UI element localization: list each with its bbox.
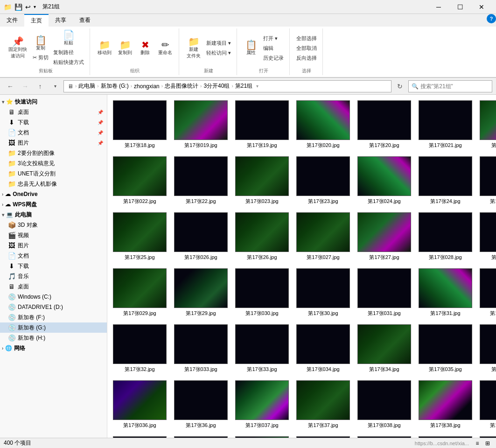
file-item[interactable]: 第17张026.jpg xyxy=(172,210,230,263)
file-item[interactable]: 第17张021.jpg xyxy=(417,98,474,151)
refresh-button[interactable]: ↻ xyxy=(393,80,406,93)
file-item[interactable]: 第17张035.jpg xyxy=(417,322,474,375)
sidebar-item-d-drive[interactable]: 💿 DATADRIVE1 (D:) xyxy=(0,302,107,312)
breadcrumb-part4[interactable]: 忠县图像统计 xyxy=(165,82,198,90)
file-item[interactable]: 第17张042.jpg xyxy=(417,434,474,438)
maximize-button[interactable]: ☐ xyxy=(449,0,471,14)
sidebar-item-segment[interactable]: 📁 2要分割的图像 xyxy=(0,148,107,158)
sidebar-item-drone[interactable]: 📁 忠县无人机影像 xyxy=(0,179,107,189)
file-item[interactable]: 第17张32.jpg xyxy=(111,322,168,375)
file-item[interactable]: 第17张26.jpg xyxy=(233,210,291,263)
sidebar-item-download[interactable]: ⬇ 下载 📌 xyxy=(0,117,107,127)
recent-locations-button[interactable]: ▾ xyxy=(49,80,62,93)
file-item[interactable]: 第17张034.jpg xyxy=(294,322,352,375)
view-details-button[interactable]: ≡ xyxy=(473,439,482,448)
minimize-button[interactable]: ─ xyxy=(428,0,449,14)
search-input[interactable] xyxy=(420,83,489,90)
copy-to-button[interactable]: 📁 复制到 xyxy=(115,39,135,57)
file-item[interactable]: 第17张032.jpg xyxy=(478,266,496,319)
file-item[interactable]: 第17张37.jpg xyxy=(294,378,352,431)
file-item[interactable]: 第17张030.jpg xyxy=(233,266,291,319)
file-item[interactable]: 第17张025.jpg xyxy=(478,154,496,207)
tab-view[interactable]: 查看 xyxy=(73,14,97,27)
copy-button[interactable]: 📋 复制 xyxy=(31,35,50,52)
rename-button[interactable]: ✏ 重命名 xyxy=(155,39,175,57)
quick-access-undo[interactable]: ↩ xyxy=(25,3,31,11)
file-item[interactable]: 第17张38.jpg xyxy=(417,378,474,431)
back-button[interactable]: ← xyxy=(4,80,17,93)
sidebar-item-unet[interactable]: 📁 UNET语义分割 xyxy=(0,168,107,179)
tab-home[interactable]: 主页 xyxy=(24,14,49,27)
file-item[interactable]: 第17张40.jpg xyxy=(233,434,291,438)
file-item[interactable]: 第17张019.jpg xyxy=(172,98,230,151)
open-button[interactable]: 打开 ▾ xyxy=(261,34,286,43)
forward-button[interactable]: → xyxy=(19,80,32,93)
delete-button[interactable]: ✖ 删除 xyxy=(136,39,154,57)
file-item[interactable]: 第17张42.jpg xyxy=(478,434,496,438)
file-item[interactable]: 第17张23.jpg xyxy=(294,154,352,207)
address-bar[interactable]: 🖥 › 此电脑 › 新加卷 (G:) › zhongxian › 忠县图像统计 … xyxy=(63,80,391,92)
sidebar-item-music[interactable]: 🎵 音乐 xyxy=(0,271,107,281)
file-item[interactable]: 第17张031.jpg xyxy=(356,266,413,319)
sidebar-item-video[interactable]: 🎬 视频 xyxy=(0,230,107,240)
sidebar-section-quickaccess[interactable]: ▾ ⭐ 快速访问 xyxy=(0,97,107,107)
history-button[interactable]: 历史记录 xyxy=(261,54,286,63)
new-folder-button[interactable]: 📁 新建文件夹 xyxy=(184,36,203,60)
paste-button[interactable]: 📄 粘贴 xyxy=(51,29,86,47)
file-item[interactable]: 第17张19.jpg xyxy=(233,98,291,151)
pin-to-quick-access-button[interactable]: 📌 固定到快速访问 xyxy=(6,36,30,60)
sidebar-item-h-drive[interactable]: 💿 新加卷 (H:) xyxy=(0,333,107,343)
help-button[interactable]: ? xyxy=(487,14,496,23)
new-item-button[interactable]: 新建项目 ▾ xyxy=(204,39,233,48)
file-grid-area[interactable]: 第17张18.jpg第17张019.jpg第17张19.jpg第17张020.j… xyxy=(107,95,496,438)
file-item[interactable]: 第17张30.jpg xyxy=(294,266,352,319)
view-tiles-button[interactable]: ⊞ xyxy=(483,439,492,448)
sidebar-item-downloads2[interactable]: ⬇ 下载 xyxy=(0,261,107,271)
sidebar-item-pictures[interactable]: 🖼 图片 📌 xyxy=(0,138,107,148)
close-button[interactable]: ✕ xyxy=(471,0,492,14)
file-item[interactable]: 第17张027.jpg xyxy=(294,210,352,263)
sidebar-item-docs[interactable]: 📄 文档 📌 xyxy=(0,127,107,138)
file-item[interactable]: 第17张040.jpg xyxy=(172,434,230,438)
sidebar-item-thesis[interactable]: 📁 3论文投稿意见 xyxy=(0,158,107,168)
paste-shortcut-button[interactable]: 粘贴快捷方式 xyxy=(51,58,86,67)
invert-selection-button[interactable]: 反向选择 xyxy=(294,54,319,63)
file-item[interactable]: 第17张020.jpg xyxy=(294,98,352,151)
file-item[interactable]: 第17张28.jpg xyxy=(478,210,496,263)
sidebar-item-desktop2[interactable]: 🖥 桌面 xyxy=(0,281,107,292)
breadcrumb-computer[interactable]: 🖥 xyxy=(68,83,73,90)
edit-button[interactable]: 编辑 xyxy=(261,44,286,53)
breadcrumb-part3[interactable]: zhongxian xyxy=(134,83,160,90)
sidebar-section-onedrive[interactable]: › ☁ OneDrive xyxy=(0,189,107,199)
move-to-button[interactable]: 📁 移动到 xyxy=(95,39,114,57)
file-item[interactable]: 第17张21.jpg xyxy=(478,98,496,151)
tab-share[interactable]: 共享 xyxy=(49,14,73,27)
file-item[interactable]: 第17张36.jpg xyxy=(172,378,230,431)
breadcrumb-part5[interactable]: 3分开40组 xyxy=(203,82,230,90)
file-item[interactable]: 第17张25.jpg xyxy=(111,210,168,263)
file-item[interactable]: 第17张34.jpg xyxy=(356,322,413,375)
file-item[interactable]: 第17张033.jpg xyxy=(172,322,230,375)
file-item[interactable]: 第17张35.jpg xyxy=(478,322,496,375)
sidebar-item-f-drive[interactable]: 💿 新加卷 (F:) xyxy=(0,312,107,322)
sidebar-section-network[interactable]: › 🌐 网络 xyxy=(0,343,107,353)
file-item[interactable]: 第17张039.jpg xyxy=(478,378,496,431)
sidebar-item-3dobjects[interactable]: 📦 3D 对象 xyxy=(0,220,107,230)
file-item[interactable]: 第17张024.jpg xyxy=(356,154,413,207)
file-item[interactable]: 第17张029.jpg xyxy=(111,266,168,319)
file-item[interactable]: 第17张036.jpg xyxy=(111,378,168,431)
file-item[interactable]: 第17张29.jpg xyxy=(172,266,230,319)
file-item[interactable]: 第17张41.jpg xyxy=(356,434,413,438)
breadcrumb-part6[interactable]: 第21组 xyxy=(235,82,252,90)
quick-access-save[interactable]: 💾 xyxy=(14,3,22,11)
file-item[interactable]: 第17张041.jpg xyxy=(294,434,352,438)
up-button[interactable]: ↑ xyxy=(34,80,47,93)
file-item[interactable]: 第17张038.jpg xyxy=(356,378,413,431)
file-item[interactable]: 第17张27.jpg xyxy=(356,210,413,263)
file-item[interactable]: 第17张028.jpg xyxy=(417,210,474,263)
breadcrumb-part1[interactable]: 此电脑 xyxy=(78,82,95,90)
quick-access-dropdown[interactable]: ▾ xyxy=(34,4,36,9)
file-item[interactable]: 第17张39.jpg xyxy=(111,434,168,438)
select-all-button[interactable]: 全部选择 xyxy=(294,34,319,43)
file-item[interactable]: 第17张20.jpg xyxy=(356,98,413,151)
